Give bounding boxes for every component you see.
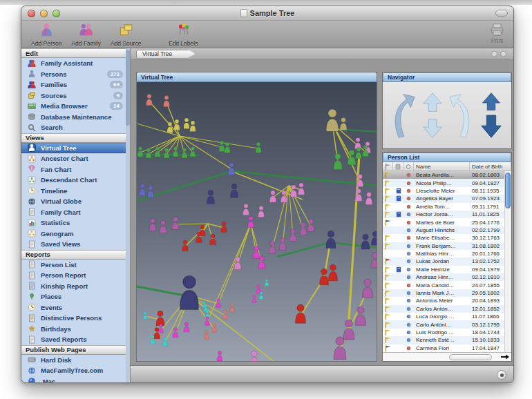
person-name: Matthias Hinr… [414,251,470,257]
sidebar-item-virtual-tree[interactable]: Virtual Tree [21,143,130,154]
print-button[interactable]: Print [489,22,505,44]
sidebar-item-families[interactable]: Families63 [21,79,130,90]
person-list-hscroll-thumb[interactable] [449,354,492,360]
tab-virtual-tree[interactable]: Virtual Tree [136,50,196,59]
zoom-button[interactable] [53,10,60,17]
add-person-button[interactable]: Add Person [31,22,61,47]
column-name[interactable]: Name [414,162,470,171]
person-row[interactable]: Lukas Jordan13.02.1752 [383,257,511,265]
sidebar-item-ancestor-chart[interactable]: Ancestor Chart [21,153,130,164]
sidebar-item-person-list[interactable]: Person List [21,260,130,271]
sidebar-item-events[interactable]: Events [21,302,130,313]
sidebar-item-hard-disk[interactable]: Hard Disk [21,355,130,366]
person-name: Marlies de Boer [414,220,470,226]
person-row[interactable]: Lieselotte Meier08.11.1935 [383,187,511,195]
gender-icon [406,298,411,303]
person-list-horizontal-scrollbar[interactable] [383,352,511,361]
rotate-right-arrow[interactable] [448,90,475,140]
person-row[interactable]: Marie Elisabe…30.12.1763 [383,234,511,242]
sidebar-item--mac[interactable]: .Mac [21,376,130,384]
edit-labels-button[interactable]: Edit Labels [169,22,198,47]
zoom-arrows[interactable] [478,90,504,140]
person-row[interactable]: Iannis Mark J…29.05.1802 [383,289,511,297]
person-name: Malte Heintze [414,266,470,273]
right-arrow-icon [501,354,509,360]
person-row[interactable]: Matthias Hinr…20.01.1766 [383,250,511,257]
sidebar-scrollbar[interactable] [126,48,130,383]
person-row[interactable]: Carlo Antóni…03.12.1795 [383,320,511,328]
titlebar[interactable]: Sample Tree [21,6,513,21]
statistics-icon [28,219,36,227]
close-button[interactable] [28,10,35,17]
sidebar-item-saved-views[interactable]: Saved Views [21,239,130,250]
sidebar-item-label: Person List [41,261,77,269]
sidebar-item-kinship-report[interactable]: Kinship Report [21,281,130,292]
person-list-vertical-scrollbar[interactable] [504,171,511,352]
person-row[interactable]: Angelika Bayer07.09.1923 [383,195,511,202]
flag-icon [385,337,391,343]
person-row[interactable]: August Hinrichs02.02.1799 [383,226,511,234]
sidebar-item-search[interactable]: Search [21,122,130,133]
pan-vertical-arrows[interactable] [419,90,446,140]
status-action-button[interactable] [497,370,506,380]
sidebar-item-distinctive-persons[interactable]: Distinctive Persons [21,313,130,324]
virtual-tree-3d-view[interactable] [137,82,377,361]
person-name: Lukas Jordan [414,258,470,264]
add-source-button[interactable]: Add Source [111,22,141,47]
person-row[interactable]: Maria Cándid…24.07.1855 [383,281,511,289]
sidebar-item-macfamilytree-com[interactable]: MacFamilyTree.com [21,365,130,376]
sidebar-item-family-assistant[interactable]: Family Assistant [21,58,130,69]
person-row[interactable]: Marlies de Boer25.04.1776 [383,218,511,226]
column-gender[interactable] [403,162,414,171]
persons-icon [28,70,36,78]
ancestor-chart-icon [28,155,36,163]
show-person-button[interactable] [500,353,510,360]
person-row[interactable]: Nicola Philip…09.04.1827 [383,179,511,186]
window-title: Sample Tree [250,9,295,17]
column-flag[interactable] [383,162,393,171]
person-row[interactable]: Kenneth Esté…15.10.1833 [383,336,511,344]
person-row[interactable]: Carlos Antón…12.01.1852 [383,305,511,313]
sidebar-item-descendant-chart[interactable]: Descendant Chart [21,175,130,186]
column-date-of-birth[interactable]: Date of Birth [470,162,511,171]
toolbar-button-label: Edit Labels [169,40,198,47]
sidebar-item-sources[interactable]: Sources9 [21,90,130,101]
person-row[interactable]: Andreas Hinr…02.12.1810 [383,273,511,281]
person-row[interactable]: Carmina Fiori17.04.1847 [383,344,511,352]
person-name: Maria Cándid… [414,282,470,289]
sidebar-item-family-chart[interactable]: Family Chart [21,207,130,218]
count-badge: 272 [107,70,123,78]
toolbar-button-label: Add Person [31,40,61,47]
sidebar-item-saved-reports[interactable]: Saved Reports [21,334,130,345]
panel-toggle-button-1[interactable] [491,51,497,57]
panel-toggle-button-2[interactable] [500,51,506,57]
person-row[interactable]: Hector Jorda…11.01.1825 [383,211,511,218]
sidebar-scrollbar-thumb[interactable] [126,50,130,126]
minimize-button[interactable] [40,10,48,17]
rotate-left-arrow[interactable] [390,90,416,140]
person-row[interactable]: Malte Heintze09.04.1979 [383,266,511,273]
person-row[interactable]: Frank Benjam…31.08.1802 [383,242,511,250]
sidebar-item-timeline[interactable]: Timeline [21,186,130,197]
person-row[interactable]: Beata Aurélia…08.02.1803 [383,171,511,179]
sidebar-item-birthdays[interactable]: Birthdays [21,324,130,335]
sidebar-item-media-browser[interactable]: Media Browser24 [21,101,130,112]
add-family-button[interactable]: Add Family [71,22,101,47]
person-row[interactable]: Luca Giorgio …11.07.1866 [383,313,511,320]
toolbar-toggle-button[interactable] [495,10,508,17]
sidebar-item-virtual-globe[interactable]: Virtual Globe [21,196,130,207]
person-list-scrollbar-thumb[interactable] [505,173,511,208]
sidebar-item-genogram[interactable]: Genogram [21,228,130,240]
person-row[interactable]: Luis Rodrigo …18.04.1744 [383,329,511,336]
sidebar-item-label: Family Assistant [41,59,93,67]
sidebar-item-fan-chart[interactable]: Fan Chart [21,164,130,175]
flag-icon [385,172,391,178]
person-row[interactable]: Antonius Meier20.04.1893 [383,297,511,304]
sidebar-item-person-report[interactable]: Person Report [21,270,130,281]
sidebar-item-places[interactable]: Places [21,291,130,302]
column-media[interactable] [393,162,403,171]
person-row[interactable]: Amélia Tom…09.11.1791 [383,203,511,211]
sidebar-item-database-maintenance[interactable]: Database Maintenance [21,112,130,123]
sidebar-item-statistics[interactable]: Statistics [21,217,130,228]
sidebar-item-persons[interactable]: Persons272 [21,69,130,80]
